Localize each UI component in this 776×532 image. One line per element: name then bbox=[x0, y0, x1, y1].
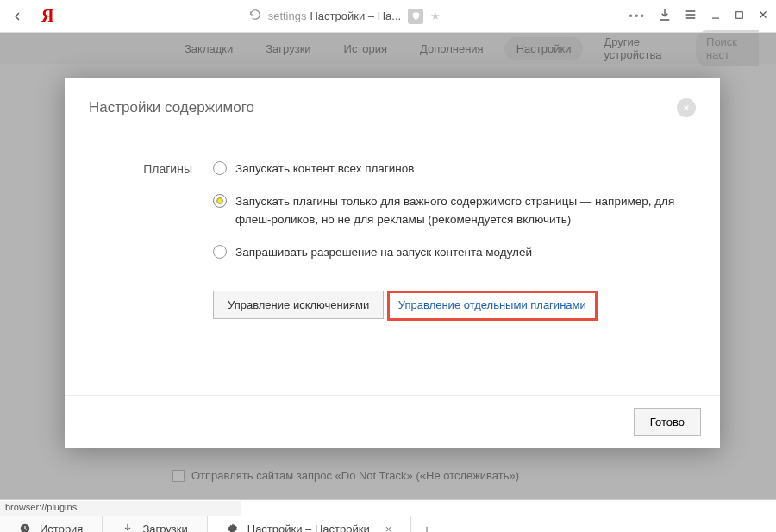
tab-settings[interactable]: Настройки – Настройки × bbox=[208, 516, 412, 532]
browser-tabs: История Загрузки Настройки – Настройки ×… bbox=[0, 516, 776, 532]
bottom-area: browser://plugins История Загрузки Настр… bbox=[0, 499, 776, 532]
highlighted-link-box: Управление отдельными плагинами bbox=[387, 291, 598, 321]
gear-icon bbox=[227, 523, 239, 532]
bookmark-star-icon[interactable]: ★ bbox=[430, 9, 441, 22]
tab-label: История bbox=[40, 523, 83, 533]
tab-label: Загрузки bbox=[142, 523, 187, 533]
downloads-icon[interactable] bbox=[658, 8, 672, 24]
plugins-section-label: Плагины bbox=[89, 160, 192, 395]
done-button[interactable]: Готово bbox=[634, 408, 701, 436]
tab-close-icon[interactable]: × bbox=[385, 523, 392, 533]
content-settings-modal: Настройки содержимого Плагины Запускать … bbox=[65, 78, 720, 448]
tab-history[interactable]: История bbox=[0, 516, 103, 532]
yandex-logo[interactable]: Я bbox=[41, 6, 53, 26]
menu-icon[interactable] bbox=[684, 8, 698, 24]
plugins-radio-important-only[interactable]: Запускать плагины только для важного сод… bbox=[213, 193, 684, 228]
protect-badge-icon[interactable] bbox=[408, 9, 423, 24]
clock-icon bbox=[19, 523, 31, 532]
address-text: settings Настройки – На... bbox=[268, 9, 401, 22]
plugins-radio-ask[interactable]: Запрашивать разрешение на запуск контент… bbox=[213, 244, 684, 261]
modal-close-button[interactable] bbox=[677, 98, 696, 117]
close-window-button[interactable] bbox=[757, 9, 769, 23]
back-button[interactable] bbox=[7, 6, 28, 27]
tab-downloads[interactable]: Загрузки bbox=[103, 516, 207, 532]
radio-label: Запускать плагины только для важного сод… bbox=[235, 193, 684, 228]
browser-titlebar: Я settings Настройки – На... ★ ••• bbox=[0, 0, 776, 33]
modal-title: Настройки содержимого bbox=[89, 99, 254, 116]
download-icon bbox=[122, 523, 134, 532]
svg-rect-0 bbox=[736, 11, 743, 18]
radio-icon[interactable] bbox=[213, 245, 227, 259]
minimize-button[interactable] bbox=[710, 9, 722, 23]
radio-icon[interactable] bbox=[213, 194, 227, 208]
manage-exceptions-button[interactable]: Управление исключениями bbox=[213, 291, 384, 319]
plugins-radio-run-all[interactable]: Запускать контент всех плагинов bbox=[213, 160, 684, 178]
address-bar[interactable]: settings Настройки – На... ★ bbox=[67, 9, 622, 24]
radio-label: Запрашивать разрешение на запуск контент… bbox=[235, 244, 532, 261]
radio-icon[interactable] bbox=[213, 161, 227, 175]
radio-label: Запускать контент всех плагинов bbox=[235, 160, 414, 178]
new-tab-button[interactable]: + bbox=[411, 516, 442, 532]
maximize-button[interactable] bbox=[734, 9, 745, 23]
reload-icon[interactable] bbox=[249, 9, 261, 23]
manage-individual-plugins-link[interactable]: Управление отдельными плагинами bbox=[398, 298, 586, 311]
status-bar: browser://plugins bbox=[0, 501, 241, 516]
tab-label: Настройки – Настройки bbox=[247, 523, 370, 533]
modal-scroll[interactable]: Плагины Запускать контент всех плагинов … bbox=[89, 135, 710, 395]
more-icon[interactable]: ••• bbox=[629, 9, 646, 22]
